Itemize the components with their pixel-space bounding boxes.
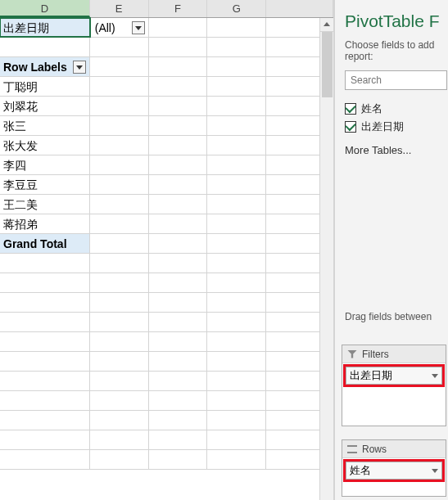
panel-title: PivotTable F [345, 11, 448, 31]
checkbox-date[interactable] [345, 121, 356, 133]
filter-icon [347, 350, 357, 358]
rows-icon [347, 445, 357, 453]
filters-header: Filters [342, 345, 446, 363]
filter-value-text: (All) [93, 21, 115, 34]
scroll-up-icon[interactable] [320, 18, 333, 32]
pivot-fields-panel: PivotTable F Choose fields to add report… [334, 0, 448, 500]
pivot-row[interactable]: 丁聪明 [0, 77, 90, 96]
pivot-row[interactable]: 王二美 [0, 195, 90, 214]
col-header-f[interactable]: F [149, 0, 208, 17]
checkbox-name[interactable] [345, 103, 356, 115]
col-header-g[interactable]: G [207, 0, 266, 17]
row-labels-dropdown-icon[interactable] [73, 61, 86, 74]
rows-area[interactable]: Rows 姓名 [342, 439, 446, 497]
row-labels-header[interactable]: Row Labels [0, 57, 90, 76]
field-item-name[interactable]: 姓名 [345, 100, 448, 118]
col-header-d[interactable]: D [0, 0, 90, 17]
panel-description: Choose fields to add report: [345, 39, 448, 62]
scroll-thumb[interactable] [322, 32, 333, 97]
filters-area[interactable]: Filters 出差日期 [342, 345, 446, 426]
pivot-filter-field[interactable]: 出差日期 [0, 18, 90, 37]
pivot-row[interactable]: 蒋招弟 [0, 214, 90, 233]
filter-pill-date[interactable]: 出差日期 [346, 367, 442, 385]
pivot-row[interactable]: 李豆豆 [0, 175, 90, 194]
pivot-row[interactable]: 刘翠花 [0, 97, 90, 115]
grand-total[interactable]: Grand Total [0, 234, 90, 253]
rows-header: Rows [342, 440, 446, 458]
filter-dropdown-icon[interactable] [132, 21, 145, 34]
more-tables-link[interactable]: More Tables... [345, 144, 448, 156]
vertical-scrollbar[interactable] [319, 18, 333, 500]
drag-hint: Drag fields between [345, 311, 448, 322]
chevron-down-icon[interactable] [432, 469, 438, 473]
spreadsheet-grid: D E F G 出差日期 (All) Row Labels 丁聪明 刘翠花 张三 [0, 0, 334, 500]
field-item-date[interactable]: 出差日期 [345, 118, 448, 136]
chevron-down-icon[interactable] [432, 374, 438, 378]
field-list: 姓名 出差日期 More Tables... [345, 100, 448, 156]
pivot-row[interactable]: 张三 [0, 116, 90, 135]
pivot-filter-value[interactable]: (All) [90, 18, 149, 37]
rows-pill-name[interactable]: 姓名 [346, 462, 442, 480]
search-input[interactable] [345, 70, 447, 90]
column-headers: D E F G [0, 0, 333, 18]
pivot-row[interactable]: 张大发 [0, 136, 90, 155]
pivot-row[interactable]: 李四 [0, 155, 90, 174]
col-header-end [266, 0, 333, 17]
col-header-e[interactable]: E [90, 0, 149, 17]
